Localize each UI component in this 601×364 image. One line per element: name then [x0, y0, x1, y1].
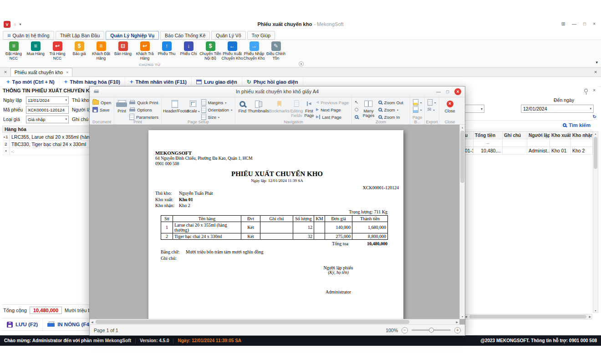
grid-cell[interactable]: Kho 01 — [550, 147, 571, 154]
column-header[interactable]: Tổng tiền — [474, 131, 503, 139]
open-button[interactable]: Open — [91, 99, 112, 106]
grid-cell[interactable]: Kho 2 — [571, 147, 593, 154]
first-page-button[interactable]: ◀First Page — [304, 98, 315, 118]
zoom-in-icon[interactable]: + — [454, 327, 461, 334]
panel-close-icon[interactable]: × — [593, 88, 596, 93]
ribbon-item-payment[interactable]: ↓Phiếu Chi — [178, 41, 199, 61]
add-employee-button[interactable]: +Thêm nhân viên (F11) — [125, 77, 192, 86]
many-pages-button[interactable]: Many Pages — [360, 98, 377, 118]
ribbon-item-sales[interactable]: ⊟Bán Hàng — [112, 41, 134, 61]
preview-vertical-scrollbar[interactable]: ▴ ▾ — [459, 125, 465, 319]
export-document-button[interactable]: ▾ — [426, 99, 437, 106]
column-header[interactable]: Ghi chú — [503, 131, 527, 139]
date-input[interactable]: 12/01/2024▾ — [26, 96, 69, 104]
vertical-scrollbar[interactable]: ▴ ▾ — [593, 131, 598, 313]
scroll-up-icon[interactable]: ▴ — [460, 126, 465, 129]
close-preview-button[interactable]: ×Close — [441, 98, 459, 114]
page-color-button[interactable]: ▾ — [412, 99, 423, 106]
grid-filter-row[interactable]: – — [463, 139, 593, 147]
scroll-right-icon[interactable]: ▶ — [589, 315, 591, 318]
ribbon-item-warehouse-in[interactable]: →Phiếu Nhập Chuyển Kho — [243, 41, 265, 61]
quick-print-button[interactable]: Quick Print — [128, 99, 160, 106]
fullscreen-icon[interactable]: ⊞ — [561, 21, 565, 26]
ribbon-item-quote[interactable]: $Báo giá — [68, 41, 90, 61]
ribbon-item-return-supplier[interactable]: ↩Trả Hàng NCC — [46, 41, 68, 61]
search-button[interactable]: Tìm kiếm — [569, 122, 591, 128]
next-page-button[interactable]: ▶Next Page — [315, 106, 350, 113]
price-type-select[interactable]: Giá nhập▾ — [26, 116, 69, 123]
save-button[interactable]: LƯU (F2) — [2, 318, 43, 330]
group-dialog-launcher-icon[interactable]: ▾ — [299, 61, 304, 66]
column-header[interactable]: Kho xuất — [550, 131, 571, 139]
grid-cell[interactable] — [503, 147, 527, 154]
ribbon-collapse-icon[interactable]: ▾ — [596, 60, 598, 65]
grid-cell[interactable]: Administ... — [527, 147, 550, 154]
to-date-input[interactable]: 12/01/2024▾ — [521, 105, 594, 113]
watermark-button[interactable]: ▾ — [412, 106, 423, 113]
ribbon-item-customer-return[interactable]: ↩Khách Trả Hàng — [134, 41, 156, 61]
minimize-icon[interactable]: — — [572, 21, 576, 26]
hot-print-button[interactable]: IN NÓNG (F4) — [43, 318, 96, 330]
scroll-left-icon[interactable]: ◀ — [91, 320, 93, 324]
scroll-right-icon[interactable]: ▶ — [456, 320, 458, 324]
header-footer-button[interactable]: Header/Footer — [163, 98, 187, 114]
zoom-button[interactable]: Zoom▾ — [377, 106, 404, 113]
scrollbar-thumb[interactable] — [469, 315, 586, 318]
ribbon-item-customer-order[interactable]: ≡Khách Đặt Hàng — [90, 41, 112, 61]
pointer-button[interactable]: ↖ — [353, 99, 360, 106]
new-button[interactable]: +Tạo mới (Ctrl + N) — [2, 77, 60, 86]
filter-cell[interactable] — [571, 139, 593, 147]
filter-cell[interactable] — [527, 139, 550, 147]
options-button[interactable]: Options — [128, 106, 160, 113]
column-header[interactable]: Người lập — [527, 131, 550, 139]
thumbnails-button[interactable]: Thumbnails — [248, 98, 269, 114]
save-button[interactable]: Save — [91, 106, 112, 113]
tab-initial-setup[interactable]: Thiết Lập Ban Đầu — [56, 31, 105, 40]
maximize-icon[interactable]: □ — [583, 21, 586, 26]
chevron-down-icon[interactable]: ▾ — [65, 117, 67, 121]
scale-button[interactable]: Scale ▾ — [187, 98, 200, 114]
ribbon-item-receipt[interactable]: ↑Phiếu Thu — [156, 41, 178, 61]
zoom-slider-thumb[interactable] — [429, 328, 434, 333]
tab-container-management[interactable]: Quản Lý Vỏ — [211, 31, 245, 40]
zoom-slider[interactable] — [412, 329, 451, 331]
hand-tool-button[interactable] — [353, 106, 360, 113]
print-button[interactable]: Print — [116, 98, 128, 114]
horizontal-scrollbar[interactable]: ◀ ▶ — [463, 314, 592, 319]
ribbon-item-purchase[interactable]: ≡Mua Hàng — [25, 41, 46, 61]
ribbon-item-stock-adjust[interactable]: ✎Điều Chỉnh Tồn — [265, 41, 287, 61]
send-email-button[interactable]: ✉▾ — [426, 106, 437, 113]
filter-cell[interactable] — [503, 139, 527, 147]
tab-system-admin[interactable]: ⊞Quản trị hệ thống — [3, 31, 54, 40]
strip-close-icon[interactable]: × — [594, 70, 597, 75]
close-all-tabs-icon[interactable]: × — [4, 70, 7, 75]
ribbon-item-internal-transfer[interactable]: $Chuyển Tiền Nội Bộ — [199, 41, 221, 61]
column-header[interactable]: Kho nhận — [571, 131, 593, 139]
filter-cell[interactable] — [550, 139, 571, 147]
zoom-out-button[interactable]: Zoom Out — [377, 99, 404, 106]
filter-cell[interactable]: – — [474, 139, 503, 147]
preview-horizontal-scrollbar[interactable]: ◀ ▶ — [90, 319, 459, 324]
refresh-icon[interactable]: ↻ — [593, 114, 596, 119]
tab-reports[interactable]: Báo Cáo Thống Kê — [160, 31, 210, 40]
pin-icon[interactable] — [584, 89, 588, 92]
add-item-button[interactable]: +Thêm hàng hóa (F10) — [60, 77, 125, 86]
tab-business-management[interactable]: Quản Lý Nghiệp Vụ — [106, 31, 159, 40]
dialog-close-icon[interactable]: × — [454, 88, 461, 95]
chevron-down-icon[interactable]: ▾ — [590, 107, 591, 111]
tab-close-icon[interactable]: × — [66, 70, 68, 75]
table-row[interactable]: 01-1... 10,480,... Administ... Kho 01 Kh… — [463, 147, 593, 155]
save-layout-button[interactable]: Lưu giao diện — [192, 77, 242, 86]
close-icon[interactable]: × — [593, 21, 596, 26]
filter-combo[interactable]: ▾ — [463, 105, 484, 113]
ribbon-item-warehouse-out[interactable]: ←Phiếu Xuất Chuyển Kho — [221, 41, 243, 61]
margins-button[interactable]: Margins▾ — [200, 99, 234, 106]
code-input[interactable]: XCK00001-120124 — [26, 106, 69, 114]
restore-layout-button[interactable]: ↻Phục hồi giao diện — [242, 77, 303, 86]
scroll-down-icon[interactable]: ▾ — [593, 309, 598, 312]
tab-help[interactable]: Trợ Giúp — [247, 31, 275, 40]
chevron-down-icon[interactable]: ▾ — [65, 98, 67, 102]
chevron-down-icon[interactable]: ▾ — [481, 107, 483, 111]
scroll-down-icon[interactable]: ▾ — [460, 315, 465, 318]
dialog-minimize-icon[interactable]: — — [436, 89, 441, 94]
